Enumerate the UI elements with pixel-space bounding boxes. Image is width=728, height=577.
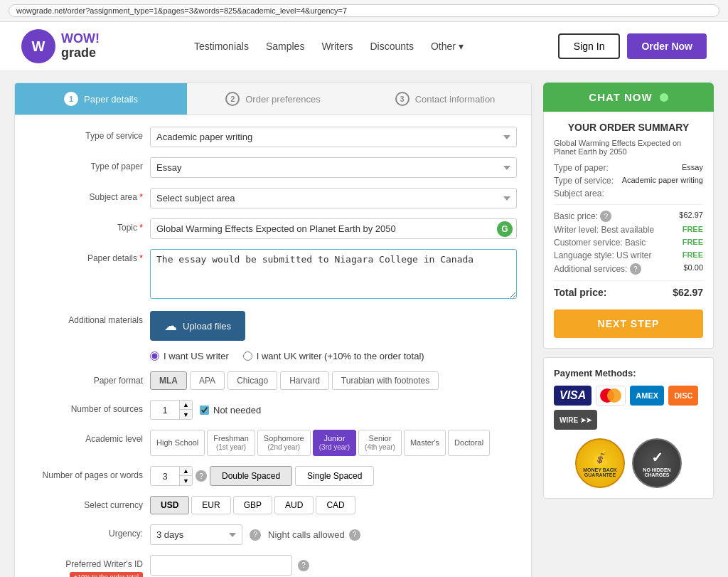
sources-row: Number of sources ▲ ▼ Not needed: [29, 400, 517, 420]
subject-area-select[interactable]: Select subject area: [150, 188, 517, 208]
format-mla[interactable]: MLA: [150, 371, 187, 390]
urgency-control: 3 days ? Night calls allowed ?: [150, 524, 517, 545]
nav-other[interactable]: Other ▾: [431, 41, 464, 52]
academic-level-control: High School Freshman(1st year) Sophomore…: [150, 430, 517, 456]
us-writer-option[interactable]: I want US writer: [150, 351, 229, 361]
amex-icon: AMEX: [630, 386, 664, 406]
urgency-select[interactable]: 3 days: [150, 524, 242, 545]
summary-customer-service: Customer service: Basic FREE: [554, 238, 703, 248]
additional-materials-control: ☁ Upload files: [150, 311, 517, 341]
single-spaced-button[interactable]: Single Spaced: [295, 466, 374, 486]
level-masters[interactable]: Master's: [404, 430, 446, 456]
summary-additional-services: Additional services: ? $0.00: [554, 263, 703, 275]
uk-writer-option[interactable]: I want UK writer (+10% to the order tota…: [243, 351, 424, 361]
summary-divider-2: [554, 280, 703, 281]
grammar-check-icon[interactable]: G: [497, 221, 513, 237]
header-buttons: Sign In Order Now: [558, 33, 707, 59]
sources-down-arrow[interactable]: ▼: [179, 410, 192, 419]
order-now-button[interactable]: Order Now: [627, 33, 707, 59]
chevron-down-icon: ▾: [459, 41, 464, 52]
currency-aud[interactable]: AUD: [274, 496, 314, 514]
summary-total-value: $62.97: [673, 287, 703, 298]
type-of-paper-select[interactable]: Essay: [150, 157, 517, 178]
urgency-help-icon[interactable]: ?: [250, 529, 261, 541]
subject-area-control: Select subject area: [150, 188, 517, 208]
summary-writer-level-value: FREE: [682, 225, 703, 235]
header: W WOW! grade Testimonials Samples Writer…: [0, 22, 728, 71]
pages-up-arrow[interactable]: ▲: [179, 467, 192, 476]
type-of-service-control: Academic paper writing: [150, 127, 517, 147]
chat-now-button[interactable]: CHAT NOW: [543, 83, 714, 112]
paper-details-textarea[interactable]: The essay would be submitted to Niagara …: [150, 249, 517, 299]
pages-control: ▲ ▼ ? Double Spaced Single Spaced: [150, 466, 517, 486]
step-3[interactable]: 3 Contact information: [359, 83, 531, 115]
night-calls-label: Night calls allowed: [268, 529, 345, 540]
nav-writers[interactable]: Writers: [321, 41, 353, 52]
level-senior[interactable]: Senior(4th year): [358, 430, 402, 456]
preferred-writer-help-icon[interactable]: ?: [298, 560, 309, 571]
order-summary-title: YOUR ORDER SUMMARY: [554, 122, 703, 133]
nav-testimonials[interactable]: Testimonials: [194, 41, 249, 52]
sources-up-arrow[interactable]: ▲: [179, 401, 192, 410]
format-turabian[interactable]: Turabian with footnotes: [332, 371, 439, 390]
step-1[interactable]: 1 Paper details: [15, 83, 187, 115]
sidebar-next-step-button[interactable]: NEXT STEP: [554, 309, 703, 338]
format-buttons: MLA APA Chicago Harvard Turabian with fo…: [150, 371, 517, 390]
step-2-label: Order preferences: [245, 94, 321, 105]
money-back-icon: 💰: [592, 449, 609, 466]
academic-level-buttons: High School Freshman(1st year) Sophomore…: [150, 430, 517, 456]
level-high-school[interactable]: High School: [150, 430, 205, 456]
format-apa[interactable]: APA: [190, 371, 225, 390]
wire-transfer-icon: WIRE ➤➤: [554, 410, 597, 430]
currency-cad[interactable]: CAD: [316, 496, 355, 514]
sources-input[interactable]: [151, 402, 179, 418]
pages-stepper: ▲ ▼: [150, 466, 193, 486]
paper-details-row: Paper details * The essay would be submi…: [29, 249, 517, 301]
nav-samples[interactable]: Samples: [266, 41, 304, 52]
trust-badges: 💰 MONEY BACKGUARANTEE ✓ NO HIDDENCHARGES: [554, 438, 703, 488]
currency-usd[interactable]: USD: [150, 496, 189, 514]
urgency-row: Urgency: 3 days ? Night calls allowed ?: [29, 524, 517, 545]
level-sophomore[interactable]: Sophomore(2nd year): [257, 430, 311, 456]
money-back-badge: 💰 MONEY BACKGUARANTEE: [575, 438, 625, 488]
currency-row: Select currency USD EUR GBP AUD CAD: [29, 496, 517, 514]
url-bar[interactable]: wowgrade.net/order?assignment_type=1&pag…: [9, 4, 719, 17]
subject-area-label: Subject area *: [29, 188, 143, 202]
level-junior[interactable]: Junior(3rd year): [313, 430, 356, 456]
currency-gbp[interactable]: GBP: [233, 496, 272, 514]
us-writer-radio[interactable]: [150, 351, 159, 361]
type-of-service-select[interactable]: Academic paper writing: [150, 127, 517, 147]
currency-eur[interactable]: EUR: [191, 496, 230, 514]
pages-label: Number of pages or words: [29, 466, 143, 480]
basic-price-help[interactable]: ?: [600, 211, 611, 222]
level-freshman[interactable]: Freshman(1st year): [207, 430, 255, 456]
summary-basic-price: Basic price: ? $62.97: [554, 211, 703, 222]
nav-discounts[interactable]: Discounts: [370, 41, 413, 52]
additional-materials-row: Additional materials ☁ Upload files: [29, 311, 517, 341]
uk-writer-radio[interactable]: [243, 351, 252, 361]
pages-input[interactable]: [151, 468, 179, 485]
night-calls-help-icon[interactable]: ?: [349, 529, 360, 541]
discover-icon: DISC: [668, 386, 698, 406]
type-of-paper-label: Type of paper: [29, 157, 143, 171]
format-harvard[interactable]: Harvard: [280, 371, 329, 390]
topic-input[interactable]: [150, 218, 517, 239]
preferred-writer-input[interactable]: [150, 555, 292, 576]
currency-buttons: USD EUR GBP AUD CAD: [150, 496, 517, 514]
pages-down-arrow[interactable]: ▼: [179, 476, 192, 485]
order-summary: YOUR ORDER SUMMARY Global Warming Effect…: [543, 112, 714, 349]
currency-control: USD EUR GBP AUD CAD: [150, 496, 517, 514]
additional-help[interactable]: ?: [630, 263, 641, 275]
step-2[interactable]: 2 Order preferences: [187, 83, 359, 115]
double-spaced-button[interactable]: Double Spaced: [210, 466, 292, 486]
signin-button[interactable]: Sign In: [558, 33, 621, 59]
summary-topic: Global Warming Effects Expected on Plane…: [554, 139, 703, 156]
svg-point-1: [607, 388, 621, 403]
level-doctoral[interactable]: Doctoral: [448, 430, 490, 456]
upload-files-button[interactable]: ☁ Upload files: [150, 311, 245, 341]
not-needed-checkbox[interactable]: [200, 406, 209, 415]
logo-icon: W: [21, 29, 55, 63]
format-chicago[interactable]: Chicago: [228, 371, 277, 390]
pages-help-icon[interactable]: ?: [196, 470, 207, 482]
upload-icon: ☁: [164, 318, 177, 334]
